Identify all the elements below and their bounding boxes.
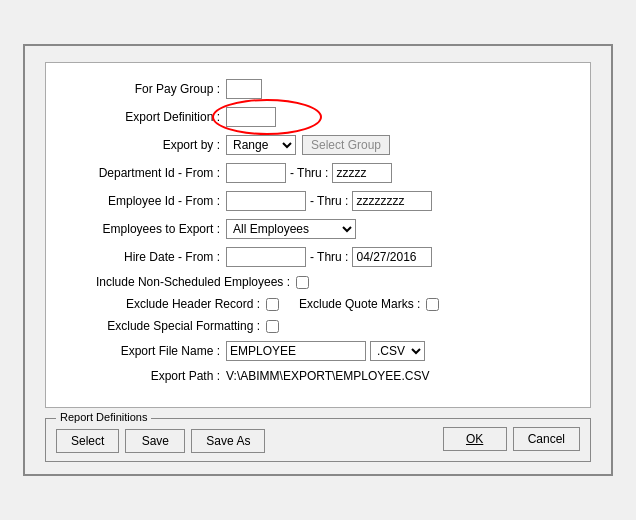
export-by-row: Export by : Range Group Select Group xyxy=(66,135,570,155)
export-def-row: Export Definition : xyxy=(66,107,570,127)
employee-from-input[interactable] xyxy=(226,191,306,211)
select-group-button[interactable]: Select Group xyxy=(302,135,390,155)
hire-date-label: Hire Date - From : xyxy=(66,250,226,264)
hire-date-row: Hire Date - From : - Thru : xyxy=(66,247,570,267)
report-definitions-section: Report Definitions Select Save Save As O… xyxy=(45,418,591,462)
department-thru-label: - Thru : xyxy=(286,166,332,180)
employee-id-row: Employee Id - From : - Thru : xyxy=(66,191,570,211)
cancel-button[interactable]: Cancel xyxy=(513,427,580,451)
dialog-action-buttons: OK Cancel xyxy=(443,427,580,451)
exclude-quote-label: Exclude Quote Marks : xyxy=(279,297,426,311)
department-id-row: Department Id - From : - Thru : xyxy=(66,163,570,183)
export-by-label: Export by : xyxy=(66,138,226,152)
include-non-scheduled-label: Include Non-Scheduled Employees : xyxy=(66,275,296,289)
employees-export-row: Employees to Export : All Employees Acti… xyxy=(66,219,570,239)
export-filename-row: Export File Name : .CSV .TXT .XLS xyxy=(66,341,570,361)
export-def-wrapper xyxy=(226,107,276,127)
exclude-header-row: Exclude Header Record : Exclude Quote Ma… xyxy=(66,297,570,311)
export-path-row: Export Path : V:\ABIMM\EXPORT\EMPLOYEE.C… xyxy=(66,369,570,383)
select-button[interactable]: Select xyxy=(56,429,119,453)
employee-thru-input[interactable] xyxy=(352,191,432,211)
include-non-scheduled-row: Include Non-Scheduled Employees : xyxy=(66,275,570,289)
save-as-button[interactable]: Save As xyxy=(191,429,265,453)
exclude-header-label: Exclude Header Record : xyxy=(66,297,266,311)
export-path-value: V:\ABIMM\EXPORT\EMPLOYEE.CSV xyxy=(226,369,429,383)
hire-date-from-input[interactable] xyxy=(226,247,306,267)
export-filename-label: Export File Name : xyxy=(66,344,226,358)
include-non-scheduled-checkbox[interactable] xyxy=(296,276,309,289)
employee-id-label: Employee Id - From : xyxy=(66,194,226,208)
department-id-label: Department Id - From : xyxy=(66,166,226,180)
hire-date-thru-label: - Thru : xyxy=(306,250,352,264)
ok-button[interactable]: OK xyxy=(443,427,507,451)
report-def-buttons: Select Save Save As xyxy=(56,425,265,453)
employees-export-select[interactable]: All Employees Active Only Inactive Only xyxy=(226,219,356,239)
pay-group-input[interactable] xyxy=(226,79,262,99)
exclude-special-row: Exclude Special Formatting : xyxy=(66,319,570,333)
export-def-input[interactable] xyxy=(226,107,276,127)
export-extension-select[interactable]: .CSV .TXT .XLS xyxy=(370,341,425,361)
exclude-special-label: Exclude Special Formatting : xyxy=(66,319,266,333)
exclude-special-checkbox[interactable] xyxy=(266,320,279,333)
exclude-quote-checkbox[interactable] xyxy=(426,298,439,311)
pay-group-label: For Pay Group : xyxy=(66,82,226,96)
hire-date-thru-input[interactable] xyxy=(352,247,432,267)
report-definitions-title: Report Definitions xyxy=(56,411,151,423)
export-def-label: Export Definition : xyxy=(66,110,226,124)
save-button[interactable]: Save xyxy=(125,429,185,453)
pay-group-row: For Pay Group : xyxy=(66,79,570,99)
bottom-row: Select Save Save As OK Cancel xyxy=(56,425,580,453)
exclude-header-checkbox[interactable] xyxy=(266,298,279,311)
export-filename-input[interactable] xyxy=(226,341,366,361)
form-section: For Pay Group : Export Definition : Expo… xyxy=(45,62,591,408)
department-thru-input[interactable] xyxy=(332,163,392,183)
export-by-select[interactable]: Range Group xyxy=(226,135,296,155)
department-from-input[interactable] xyxy=(226,163,286,183)
main-dialog: For Pay Group : Export Definition : Expo… xyxy=(23,44,613,476)
employee-thru-label: - Thru : xyxy=(306,194,352,208)
employees-export-label: Employees to Export : xyxy=(66,222,226,236)
export-path-label: Export Path : xyxy=(66,369,226,383)
